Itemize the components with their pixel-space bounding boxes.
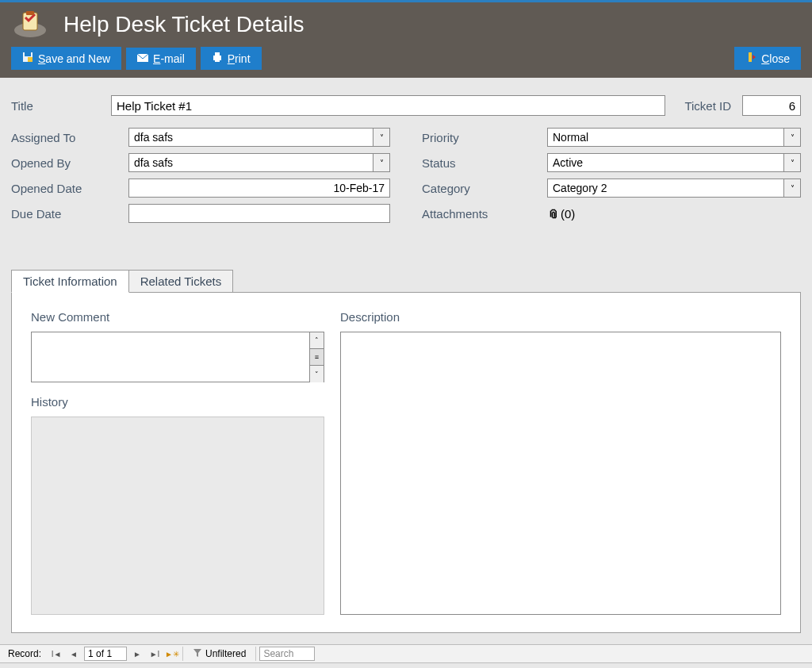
record-position-input[interactable]	[84, 647, 127, 661]
status-input[interactable]	[547, 153, 783, 172]
filter-toggle[interactable]: Unfiltered	[186, 648, 252, 660]
chevron-down-icon[interactable]: ˅	[783, 179, 801, 198]
ticket-id-label: Ticket ID	[684, 99, 731, 113]
assigned-to-input[interactable]	[128, 128, 373, 147]
attachments-label: Attachments	[422, 207, 547, 221]
tab-ticket-information[interactable]: Ticket Information	[11, 270, 129, 293]
first-record-button[interactable]: I◄	[49, 647, 63, 661]
new-comment-textarea[interactable]	[31, 332, 310, 382]
record-search-input[interactable]	[259, 647, 315, 661]
opened-date-label: Opened Date	[11, 182, 128, 195]
new-comment-label: New Comment	[31, 310, 324, 324]
category-input[interactable]	[547, 179, 783, 198]
category-combo[interactable]: ˅	[547, 179, 801, 198]
chevron-down-icon[interactable]: ˅	[783, 128, 801, 147]
status-label: Status	[422, 156, 547, 170]
due-date-input[interactable]	[128, 204, 390, 223]
history-label: History	[31, 395, 324, 409]
filter-icon	[193, 648, 202, 660]
chevron-down-icon[interactable]: ˅	[783, 153, 801, 172]
paperclip-icon: 📎︎	[547, 207, 559, 221]
save-and-new-button[interactable]: Save and New	[11, 47, 121, 70]
scroll-thumb-icon[interactable]: ≡	[310, 349, 324, 366]
scroll-down-icon[interactable]: ˅	[310, 366, 324, 382]
due-date-label: Due Date	[11, 207, 128, 221]
prev-record-button[interactable]: ◄	[67, 647, 81, 661]
svg-rect-4	[25, 52, 31, 56]
save-icon	[22, 52, 33, 65]
next-record-button[interactable]: ►	[130, 647, 144, 661]
priority-combo[interactable]: ˅	[547, 128, 801, 147]
chevron-down-icon[interactable]: ˅	[373, 128, 390, 147]
opened-by-input[interactable]	[128, 153, 373, 172]
svg-rect-10	[749, 52, 752, 62]
priority-input[interactable]	[547, 128, 783, 147]
opened-date-input[interactable]	[128, 179, 390, 198]
description-textarea[interactable]	[340, 332, 781, 615]
title-label: Title	[11, 99, 100, 113]
svg-rect-9	[215, 59, 220, 62]
header-bar: Help Desk Ticket Details Save and New E-…	[0, 2, 812, 78]
assigned-to-label: Assigned To	[11, 131, 128, 144]
opened-by-label: Opened By	[11, 156, 128, 170]
category-label: Category	[422, 182, 547, 195]
tab-related-tickets[interactable]: Related Tickets	[128, 270, 234, 293]
attachments-value[interactable]: 📎︎ (0)	[547, 207, 575, 221]
print-button[interactable]: Print	[201, 47, 262, 70]
chevron-down-icon[interactable]: ˅	[373, 153, 390, 172]
tab-container: Ticket Information Related Tickets New C…	[11, 292, 801, 633]
email-icon	[137, 52, 148, 65]
record-label: Record:	[3, 648, 46, 659]
close-icon	[745, 52, 756, 65]
comment-scrollbar[interactable]: ˄ ≡ ˅	[310, 332, 324, 382]
opened-by-combo[interactable]: ˅	[128, 153, 390, 172]
priority-label: Priority	[422, 131, 547, 144]
svg-rect-8	[215, 52, 220, 56]
history-box	[31, 417, 324, 615]
page-title: Help Desk Ticket Details	[63, 12, 304, 37]
last-record-button[interactable]: ►I	[147, 647, 162, 661]
email-button[interactable]: E-mail	[126, 48, 196, 70]
ticket-id-field[interactable]	[742, 95, 801, 116]
assigned-to-combo[interactable]: ˅	[128, 128, 390, 147]
close-button[interactable]: Close	[734, 47, 801, 70]
svg-rect-2	[26, 11, 34, 15]
status-combo[interactable]: ˅	[547, 153, 801, 172]
svg-rect-5	[28, 57, 33, 62]
record-navigator: Record: I◄ ◄ ► ►I ►✳ Unfiltered	[0, 644, 812, 663]
form-area: Title Ticket ID Assigned To ˅ Opened By …	[0, 78, 812, 236]
new-record-button[interactable]: ►✳	[165, 647, 179, 661]
scroll-up-icon[interactable]: ˄	[310, 332, 324, 349]
toolbar: Save and New E-mail Print Close	[11, 47, 801, 70]
print-icon	[212, 52, 223, 65]
description-label: Description	[340, 310, 781, 324]
app-icon	[11, 10, 49, 39]
title-input[interactable]	[111, 95, 665, 116]
